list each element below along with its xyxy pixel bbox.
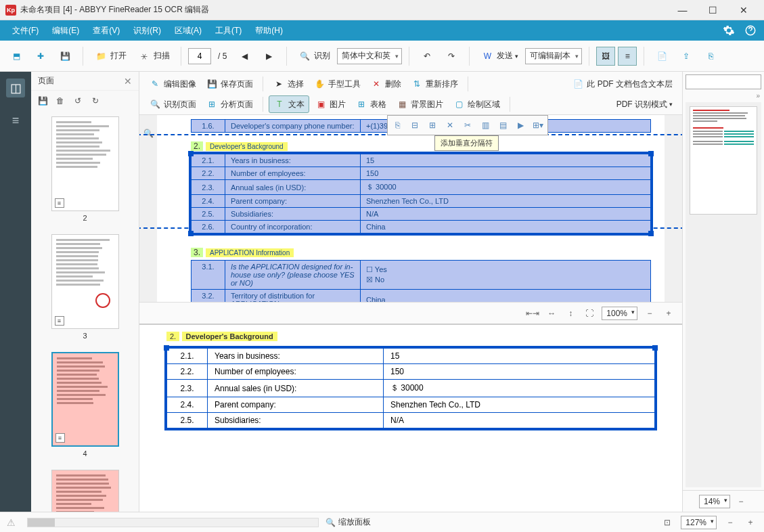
draw-area-button[interactable]: ▢绘制区域 <box>449 95 504 113</box>
thumb-rotate-right-icon[interactable]: ↻ <box>89 95 102 107</box>
handle-br[interactable] <box>648 231 654 236</box>
list-tab-icon[interactable]: ≡ <box>6 111 25 130</box>
copy-cell-icon[interactable]: ⎘ <box>389 117 405 133</box>
thumbnail-page-5[interactable]: ≡5 <box>31 470 139 512</box>
menu-recognize[interactable]: 识别(R) <box>127 20 168 41</box>
style-dropdown[interactable] <box>686 74 761 89</box>
text-area-button[interactable]: T文本 <box>269 95 309 113</box>
result-text-view[interactable]: 2. Developer's Background 2.1.Years in b… <box>139 324 682 512</box>
result-handle-tl[interactable] <box>164 345 169 351</box>
redo-button[interactable]: ↷ <box>441 45 462 67</box>
bottom-zoom-out-icon[interactable]: − <box>723 516 737 529</box>
save-page-button[interactable]: 💾保存页面 <box>202 75 257 93</box>
table-row[interactable]: 2.4.Parent company:Shenzhen Tech Co., LT… <box>192 195 651 208</box>
pdf-mode-dropdown[interactable]: PDF 识别模式▾ <box>610 95 677 113</box>
fit-horizontal-icon[interactable]: ↔ <box>545 307 558 320</box>
menu-area[interactable]: 区域(A) <box>168 20 208 41</box>
analyze-page-button[interactable]: ⊞分析页面 <box>202 95 257 113</box>
fit-vertical-icon[interactable]: ↕ <box>564 307 577 320</box>
thumbnail-page-2[interactable]: ≡2 <box>31 116 139 222</box>
table-row[interactable]: 2.1.Years in business:15 <box>167 349 655 364</box>
result-handle-tr[interactable] <box>652 345 658 351</box>
table-row[interactable]: 2.5.Subsidiaries:N/A <box>192 208 651 221</box>
minimize-button[interactable]: — <box>667 0 698 20</box>
doc-zoom-out-icon[interactable]: − <box>643 307 656 320</box>
view-text-toggle[interactable]: ≡ <box>618 47 637 66</box>
menu-help[interactable]: 帮助(H) <box>248 20 290 41</box>
export-pdf-button[interactable]: 📄 <box>651 45 673 67</box>
marquee-zoom-icon[interactable]: ⊡ <box>660 516 674 529</box>
style-preview[interactable] <box>686 102 761 487</box>
table-row[interactable]: 2.1.Years in business:15 <box>192 154 651 167</box>
table-row[interactable]: 2.5.Subsidiaries:N/A <box>167 413 655 428</box>
handle-bl[interactable] <box>188 231 194 236</box>
pointer-icon[interactable]: ▶ <box>512 117 529 133</box>
settings-icon[interactable] <box>721 22 737 39</box>
next-page-button[interactable]: ▶ <box>258 45 279 67</box>
document-image-view[interactable]: 🔍 ⎘ ⊟ ⊞ ✕ ✂ ▥ ▤ ▶ ⊞▾ 添加垂直分隔符 <box>139 115 682 302</box>
edit-image-button[interactable]: ✎编辑图像 <box>145 75 200 93</box>
merge-h-icon[interactable]: ⊟ <box>407 117 423 133</box>
bottom-zoom-select[interactable]: 127% <box>681 516 717 529</box>
scan-button[interactable]: ⚹ 扫描 <box>133 45 174 67</box>
thumbnail-page-4[interactable]: ≡4 <box>31 352 139 458</box>
table-row[interactable]: 2.3.Annual sales (in USD):＄ 30000 <box>167 380 655 397</box>
page-number-input[interactable] <box>188 48 211 64</box>
prev-page-button[interactable]: ◀ <box>233 45 255 67</box>
export-button-2[interactable]: ⇪ <box>675 45 697 67</box>
recognize-button[interactable]: 🔍 识别 <box>294 45 334 67</box>
table-row[interactable]: 2.4.Parent company:Shenzhen Tech Co., LT… <box>167 397 655 413</box>
menu-edit[interactable]: 编辑(E) <box>45 20 86 41</box>
result-table[interactable]: 2.1.Years in business:152.2.Number of em… <box>166 348 655 428</box>
thumb-rotate-left-icon[interactable]: ↺ <box>72 95 84 107</box>
image-area-button[interactable]: ▣图片 <box>311 95 350 113</box>
magnifier-icon[interactable]: 🔍 <box>143 129 154 138</box>
reorder-button[interactable]: ⇅重新排序 <box>407 75 462 93</box>
style-zoom-select[interactable]: 14% <box>699 495 730 508</box>
close-panel-icon[interactable]: ✕ <box>124 76 132 87</box>
help-icon[interactable] <box>742 22 759 39</box>
export-button-3[interactable]: ⎘ <box>700 45 721 67</box>
view-image-toggle[interactable]: 🖼 <box>596 47 615 66</box>
add-page-button[interactable]: ✚ <box>30 45 51 67</box>
copy-mode-dropdown[interactable]: 可编辑副本 <box>525 48 582 64</box>
hand-tool-button[interactable]: ✋手型工具 <box>309 75 365 93</box>
style-collapse-icon[interactable]: » <box>683 92 764 99</box>
zoom-panel-button[interactable]: 🔍缩放面板 <box>325 516 371 528</box>
table-row[interactable]: 2.6.Country of incorporation:China <box>192 221 651 234</box>
bg-image-button[interactable]: ▦背景图片 <box>392 95 447 113</box>
table-area-button[interactable]: ⊞表格 <box>351 95 390 113</box>
new-button[interactable]: ⬒ <box>5 45 27 67</box>
select-col-icon[interactable]: ▥ <box>477 117 493 133</box>
select-tool-button[interactable]: ➤选择 <box>269 75 308 93</box>
horizontal-scrollbar[interactable] <box>27 518 319 527</box>
close-button[interactable]: ✕ <box>728 0 759 20</box>
select-row-icon[interactable]: ▤ <box>495 117 511 133</box>
menu-tools[interactable]: 工具(T) <box>208 20 248 41</box>
delete-button[interactable]: ✕删除 <box>366 75 405 93</box>
menu-file[interactable]: 文件(F) <box>5 20 45 41</box>
undo-button[interactable]: ↶ <box>416 45 438 67</box>
table-props-icon[interactable]: ⊞▾ <box>530 117 546 133</box>
style-zoom-out-icon[interactable]: − <box>734 495 748 508</box>
warning-icon[interactable]: ⚠ <box>7 517 20 528</box>
maximize-button[interactable]: ☐ <box>698 0 728 20</box>
bottom-zoom-in-icon[interactable]: + <box>744 516 757 529</box>
pages-tab-icon[interactable]: ◫ <box>6 79 25 97</box>
thumb-save-icon[interactable]: 💾 <box>37 95 49 107</box>
table-sec3[interactable]: 3.1.Is the APPLICATION designed for in-h… <box>191 260 651 302</box>
table-row[interactable]: 3.1.Is the APPLICATION designed for in-h… <box>192 261 651 290</box>
menu-view[interactable]: 查看(V) <box>86 20 127 41</box>
table-row[interactable]: 2.2.Number of employees:150 <box>167 364 655 380</box>
language-dropdown[interactable]: 简体中文和英 <box>337 48 402 64</box>
doc-zoom-in-icon[interactable]: + <box>662 307 675 320</box>
save-project-button[interactable]: 💾 <box>54 45 76 67</box>
doc-zoom-select[interactable]: 100% <box>602 307 637 320</box>
handle-tl[interactable] <box>188 151 194 156</box>
thumb-delete-icon[interactable]: 🗑 <box>54 95 66 107</box>
delete-row-icon[interactable]: ✂ <box>459 117 476 133</box>
fit-screen-icon[interactable]: ⛶ <box>583 307 596 320</box>
split-v-icon[interactable]: ⊞ <box>424 117 441 133</box>
table-row[interactable]: 2.2.Number of employees:150 <box>192 167 651 180</box>
fit-width-icon[interactable]: ⇤⇥ <box>526 307 539 320</box>
